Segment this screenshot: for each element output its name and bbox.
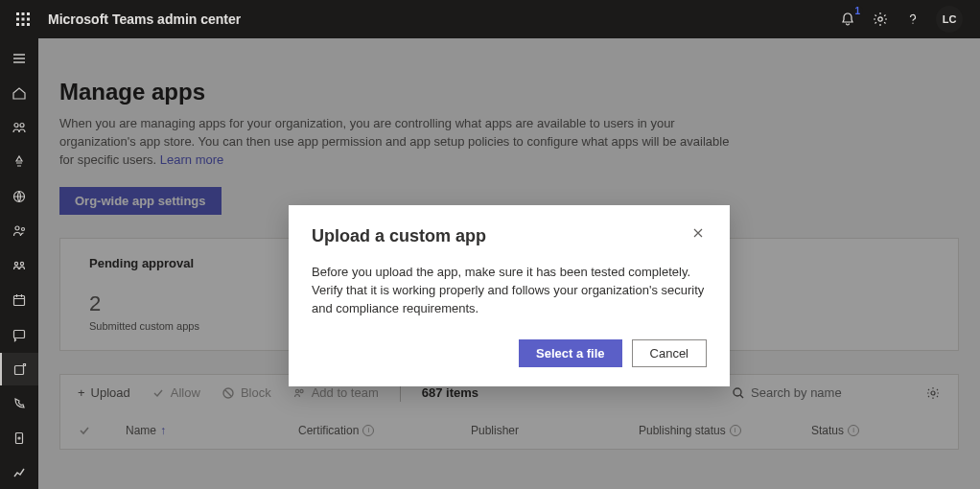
select-file-button[interactable]: Select a file — [519, 339, 622, 367]
svg-rect-8 — [27, 23, 30, 26]
nav-home-icon[interactable] — [0, 77, 38, 109]
dialog-body: Before you upload the app, make sure it … — [312, 264, 707, 318]
nav-meetings-icon[interactable] — [0, 249, 38, 282]
nav-devices-icon[interactable] — [0, 146, 38, 178]
svg-point-16 — [14, 262, 17, 265]
side-nav — [0, 38, 38, 489]
nav-menu-icon[interactable] — [0, 42, 38, 75]
svg-point-10 — [912, 23, 913, 24]
nav-voice-icon[interactable] — [0, 387, 38, 420]
nav-policy-icon[interactable] — [0, 422, 38, 454]
svg-point-17 — [20, 262, 23, 265]
nav-apps-icon[interactable] — [0, 353, 38, 385]
svg-rect-1 — [22, 12, 25, 15]
svg-rect-7 — [22, 23, 25, 26]
svg-rect-0 — [16, 12, 19, 15]
global-header: Microsoft Teams admin center 1 LC — [0, 0, 980, 38]
app-title: Microsoft Teams admin center — [48, 12, 838, 27]
svg-rect-18 — [14, 296, 25, 306]
nav-locations-icon[interactable] — [0, 180, 38, 213]
main-content: Manage apps When you are managing apps f… — [38, 38, 980, 489]
svg-point-9 — [878, 17, 882, 21]
settings-icon[interactable] — [871, 10, 890, 29]
nav-teams-icon[interactable] — [0, 111, 38, 144]
avatar[interactable]: LC — [936, 6, 963, 33]
svg-point-12 — [20, 124, 24, 128]
svg-point-11 — [14, 124, 18, 128]
svg-rect-20 — [15, 366, 24, 375]
nav-calendar-icon[interactable] — [0, 284, 38, 316]
svg-point-14 — [15, 226, 19, 230]
svg-rect-2 — [27, 12, 30, 15]
notifications-icon[interactable]: 1 — [838, 10, 857, 29]
svg-point-15 — [22, 228, 25, 231]
nav-messaging-icon[interactable] — [0, 318, 38, 351]
svg-point-22 — [18, 437, 20, 439]
notification-badge: 1 — [852, 6, 863, 16]
cancel-button[interactable]: Cancel — [632, 339, 707, 367]
help-icon[interactable] — [903, 10, 922, 29]
close-icon[interactable] — [691, 226, 707, 242]
svg-rect-5 — [27, 18, 30, 21]
nav-analytics-icon[interactable] — [0, 456, 38, 489]
nav-users-icon[interactable] — [0, 215, 38, 247]
svg-rect-6 — [16, 23, 19, 26]
svg-rect-3 — [16, 18, 19, 21]
svg-rect-21 — [16, 433, 23, 444]
upload-dialog: Upload a custom app Before you upload th… — [289, 205, 730, 386]
modal-overlay: Upload a custom app Before you upload th… — [38, 38, 980, 489]
svg-rect-4 — [22, 18, 25, 21]
dialog-title: Upload a custom app — [312, 226, 691, 246]
svg-rect-19 — [14, 331, 25, 338]
app-launcher-icon[interactable] — [8, 4, 38, 35]
